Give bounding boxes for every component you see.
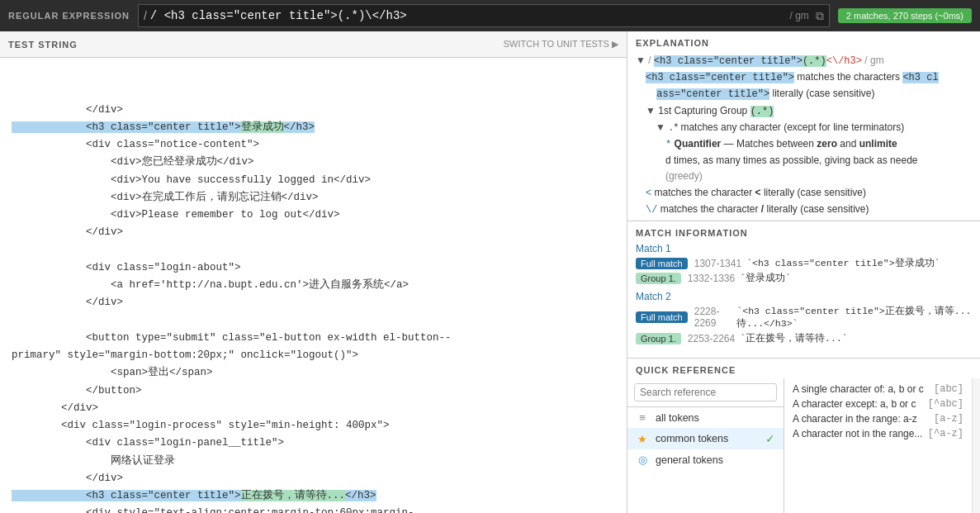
match-1-group: Group 1. 1332-1336 `登录成功` bbox=[636, 272, 972, 284]
token-common-label: common tokens bbox=[656, 433, 728, 444]
test-string-bar: TEST STRING SWITCH TO UNIT TESTS ▶ bbox=[0, 31, 627, 58]
switch-label: SWITCH TO UNIT TESTS bbox=[504, 39, 609, 49]
quick-ref-title: QUICK REFERENCE bbox=[627, 359, 980, 378]
exp-line-1: <h3 class="center title"> matches the ch… bbox=[646, 69, 972, 102]
star-icon: ★ bbox=[636, 433, 649, 445]
regex-input[interactable] bbox=[150, 9, 785, 22]
match-1-val: `<h3 class="center title">登录成功` bbox=[746, 257, 940, 269]
match-highlight-1: <h3 class="center title">登录成功</h3> bbox=[12, 121, 315, 133]
match-block-2: Match 2 Full match 2228-2269 `<h3 class=… bbox=[636, 291, 972, 344]
exp-line-6: \/ matches the character / literally (ca… bbox=[646, 202, 972, 218]
match-2-val: `<h3 class="center title">正在拨号，请等...待...… bbox=[736, 305, 972, 330]
exp-line-0: ▼ / <h3 class="center title">(.*)<\/h3> … bbox=[636, 53, 972, 69]
match-1-label: Match 1 bbox=[636, 243, 972, 254]
match-info-section: MATCH INFORMATION Match 1 Full match 130… bbox=[627, 221, 980, 359]
regex-flags: / gm bbox=[790, 10, 809, 21]
match-info-title: MATCH INFORMATION bbox=[636, 228, 972, 238]
test-string-area[interactable]: </div> <h3 class="center title">登录成功</h3… bbox=[0, 58, 627, 513]
search-reference-wrap bbox=[627, 378, 784, 407]
checkmark-icon: ✓ bbox=[765, 432, 775, 445]
qr-entry-2: A character in the range: a-z [a-z] bbox=[793, 413, 963, 425]
explanation-section: EXPLANATION ▼ / <h3 class="center title"… bbox=[627, 31, 980, 221]
qr-bracket-3: [^a-z] bbox=[928, 428, 963, 439]
quick-ref-body: ≡ all tokens ★ common tokens ✓ ◎ general… bbox=[627, 378, 980, 513]
copy-icon[interactable]: ⧉ bbox=[816, 9, 824, 23]
exp-line-5: < matches the character < literally (cas… bbox=[646, 185, 972, 202]
qr-desc-3: A character not in the range... bbox=[793, 428, 925, 439]
token-common[interactable]: ★ common tokens ✓ bbox=[627, 428, 784, 449]
match-1-group-val: `登录成功` bbox=[740, 272, 791, 284]
match-2-full: Full match 2228-2269 `<h3 class="center … bbox=[636, 305, 972, 330]
quick-ref-left: ≡ all tokens ★ common tokens ✓ ◎ general… bbox=[627, 378, 784, 513]
token-all[interactable]: ≡ all tokens bbox=[627, 407, 784, 428]
qr-bracket-1: [^abc] bbox=[928, 398, 963, 410]
quick-ref-section: QUICK REFERENCE ≡ all tokens ★ common to… bbox=[627, 359, 980, 513]
explanation-title: EXPLANATION bbox=[636, 38, 972, 48]
qr-desc-2: A character in the range: a-z bbox=[793, 413, 930, 425]
match-2-group-pos: 2253-2264 bbox=[688, 333, 735, 344]
match-2-pos: 2228-2269 bbox=[694, 306, 732, 329]
right-panel: EXPLANATION ▼ / <h3 class="center title"… bbox=[627, 31, 980, 513]
qr-desc-1: A character except: a, b or c bbox=[793, 398, 925, 410]
exp-line-3: ▼ .* matches any character (except for l… bbox=[656, 120, 972, 136]
match-1-group-pos: 1332-1336 bbox=[688, 273, 735, 284]
match-highlight-2: <h3 class="center title">正在拨号，请等待...</h3… bbox=[12, 490, 376, 501]
group-badge-2: Group 1. bbox=[636, 333, 681, 344]
exp-line-4: * Quantifier — Matches between zero and … bbox=[665, 136, 972, 153]
match-2-label: Match 2 bbox=[636, 291, 972, 302]
test-string-content: </div> <h3 class="center title">登录成功</h3… bbox=[12, 102, 615, 514]
token-general-label: general tokens bbox=[656, 454, 723, 466]
regex-slash-left: / bbox=[144, 9, 147, 22]
switch-to-unit-tests-button[interactable]: SWITCH TO UNIT TESTS ▶ bbox=[504, 39, 618, 50]
quick-ref-right: A single character of: a, b or c [abc] A… bbox=[784, 378, 972, 513]
qr-entry-0: A single character of: a, b or c [abc] bbox=[793, 383, 963, 395]
quick-ref-scrollbar bbox=[972, 378, 980, 513]
qr-entry-1: A character except: a, b or c [^abc] bbox=[793, 398, 963, 410]
left-panel: TEST STRING SWITCH TO UNIT TESTS ▶ </div… bbox=[0, 31, 627, 513]
circle-icon: ◎ bbox=[636, 454, 649, 466]
regex-section-label: REGULAR EXPRESSION bbox=[0, 11, 138, 21]
qr-bracket-2: [a-z] bbox=[934, 413, 963, 425]
match-1-full: Full match 1307-1341 `<h3 class="center … bbox=[636, 257, 972, 269]
full-match-badge-1: Full match bbox=[636, 258, 688, 269]
match-2-group: Group 1. 2253-2264 `正在拨号，请等待...` bbox=[636, 332, 972, 344]
full-match-badge-2: Full match bbox=[636, 311, 688, 323]
search-reference-input[interactable] bbox=[634, 383, 777, 401]
match-2-group-val: `正在拨号，请等待...` bbox=[740, 332, 848, 344]
match-block-1: Match 1 Full match 1307-1341 `<h3 class=… bbox=[636, 243, 972, 284]
regex-input-wrap: / / gm ⧉ bbox=[138, 4, 830, 27]
match-badge: 2 matches, 270 steps (~0ms) bbox=[838, 8, 972, 23]
qr-desc-0: A single character of: a, b or c bbox=[793, 383, 930, 395]
top-bar: REGULAR EXPRESSION / / gm ⧉ 2 matches, 2… bbox=[0, 0, 980, 31]
exp-line-4b: d times, as many times as possible, givi… bbox=[665, 153, 972, 169]
qr-bracket-0: [abc] bbox=[934, 383, 963, 395]
main-content: TEST STRING SWITCH TO UNIT TESTS ▶ </div… bbox=[0, 31, 980, 513]
qr-entry-3: A character not in the range... [^a-z] bbox=[793, 428, 963, 439]
exp-line-2: ▼ 1st Capturing Group (.*) bbox=[646, 103, 972, 120]
token-all-label: all tokens bbox=[656, 412, 699, 424]
bars-icon: ≡ bbox=[636, 411, 649, 424]
match-1-pos: 1307-1341 bbox=[694, 258, 741, 269]
exp-line-4c: (greedy) bbox=[665, 169, 972, 184]
test-string-label: TEST STRING bbox=[8, 40, 504, 50]
token-general[interactable]: ◎ general tokens bbox=[627, 449, 784, 470]
group-badge-1: Group 1. bbox=[636, 273, 681, 284]
switch-arrow-icon: ▶ bbox=[612, 39, 618, 49]
